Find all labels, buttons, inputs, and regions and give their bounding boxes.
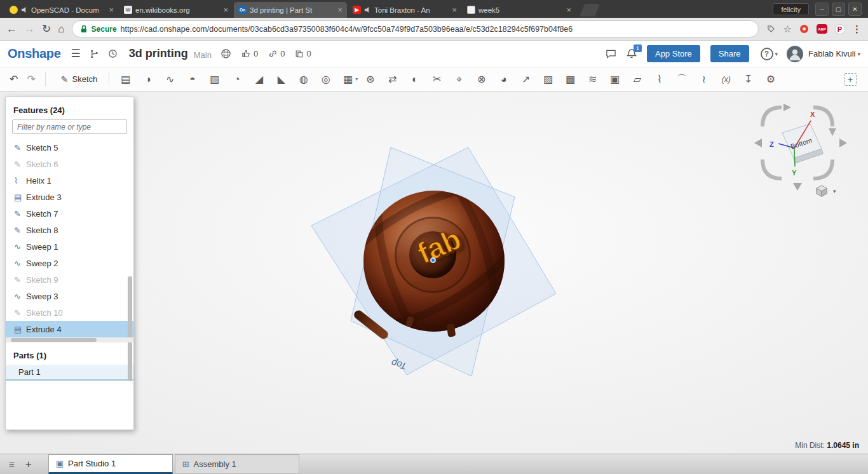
variable-tool-icon[interactable]: (x) [715, 76, 737, 83]
links-count[interactable]: 0 [268, 49, 285, 58]
feature-item-sweep3[interactable]: ∿Sweep 3 [6, 288, 133, 304]
loft-tool-icon[interactable]: ◓ [181, 74, 203, 85]
tab-close-icon[interactable]: × [452, 6, 457, 14]
feature-item-sweep2[interactable]: ∿Sweep 2 [6, 255, 133, 271]
browser-tab-openscad[interactable]: OpenSCAD - Docum × [5, 2, 118, 18]
user-avatar[interactable] [787, 46, 803, 62]
workspace-name[interactable]: Main [194, 50, 212, 60]
thicken-tool-icon[interactable]: ▧ [203, 74, 226, 85]
browser-tab-week5[interactable]: week5 × [463, 2, 576, 18]
extension-pinterest-icon[interactable]: P [834, 24, 845, 34]
composite-curve-tool-icon[interactable]: ≀ [693, 74, 715, 85]
url-omnibox[interactable]: Secure https://cad.onshape.com/documents… [72, 20, 759, 37]
user-menu-caret-icon[interactable]: ▾ [857, 51, 860, 57]
import-tool-icon[interactable]: ↧ [737, 74, 759, 85]
app-store-button[interactable]: App Store [647, 45, 700, 62]
redo-button[interactable]: ↷ [27, 73, 35, 85]
extension-onetab-icon[interactable] [799, 24, 810, 34]
delete-part-tool-icon[interactable]: ⊗ [470, 74, 492, 85]
reload-button[interactable]: ↻ [42, 24, 51, 34]
main-menu-icon[interactable]: ☰ [71, 47, 80, 60]
circular-pattern-tool-icon[interactable]: ⊛ [359, 74, 381, 85]
feature-list-scrollbar[interactable] [128, 276, 132, 381]
part-item-part1[interactable]: Part 1 [6, 365, 133, 381]
manage-tabs-icon[interactable]: ≡ [9, 459, 15, 470]
browser-tab-wikibooks[interactable]: W en.wikibooks.org × [119, 2, 233, 18]
project-curve-tool-icon[interactable]: ⌒ [670, 74, 693, 85]
sweep-tool-icon[interactable]: ∿ [159, 74, 181, 85]
browser-tab-youtube[interactable]: ▶ Toni Braxton - An × [348, 2, 461, 18]
view-cube[interactable]: Bottom X Z Y [747, 98, 855, 200]
boolean-tool-icon[interactable]: ◐ [403, 74, 426, 85]
add-tab-button[interactable]: + [25, 458, 32, 471]
browser-profile-name[interactable]: felicity [773, 3, 809, 15]
history-icon[interactable] [108, 49, 118, 58]
extension-adblock-icon[interactable]: ABP [817, 24, 827, 34]
chamfer-tool-icon[interactable]: ◢ [248, 74, 270, 85]
browser-menu-icon[interactable]: ⋮ [852, 24, 862, 35]
insert-tool-icon[interactable]: + [844, 73, 857, 86]
new-tab-button[interactable] [580, 4, 600, 17]
move-face-tool-icon[interactable]: ↗ [515, 74, 537, 85]
transform-tool-icon[interactable]: ⌖ [448, 74, 470, 85]
sketch-button[interactable]: ✎ Sketch [55, 71, 104, 88]
mirror-tool-icon[interactable]: ⇄ [381, 74, 403, 85]
feature-item-sketch8[interactable]: ✎Sketch 8 [6, 222, 133, 238]
minimize-button[interactable]: – [815, 3, 829, 16]
feature-item-extrude3[interactable]: ▤Extrude 3 [6, 189, 133, 205]
tab-close-icon[interactable]: × [109, 6, 114, 14]
feature-item-sweep1[interactable]: ∿Sweep 1 [6, 238, 133, 255]
hole-tool-icon[interactable]: ◎ [315, 74, 337, 85]
feature-item-helix1[interactable]: ⌇Helix 1 [6, 172, 133, 189]
revolve-tool-icon[interactable]: ◑ [137, 74, 159, 85]
tab-assembly-1[interactable]: ⊞ Assembly 1 [175, 454, 299, 474]
extrude-tool-icon[interactable]: ▤ [114, 74, 137, 85]
bookmark-star-icon[interactable]: ☆ [783, 24, 792, 35]
share-button[interactable]: Share [710, 45, 749, 62]
delete-face-tool-icon[interactable]: ▩ [559, 74, 581, 85]
tab-part-studio-1[interactable]: ▣ Part Studio 1 [48, 454, 173, 474]
feature-item-sketch5[interactable]: ✎Sketch 5 [6, 139, 133, 156]
shell-tool-icon[interactable]: ◍ [292, 74, 315, 85]
helix-tool-icon[interactable]: ⌇ [648, 74, 670, 85]
tab-close-icon[interactable]: × [566, 6, 571, 14]
versions-icon[interactable] [90, 49, 99, 59]
home-button[interactable]: ⌂ [58, 24, 64, 34]
help-icon[interactable]: ? [761, 48, 773, 60]
feature-item-sketch7[interactable]: ✎Sketch 7 [6, 205, 133, 222]
model-nub[interactable] [447, 323, 456, 337]
back-button[interactable]: ← [6, 24, 17, 34]
pattern-dropdown-caret-icon[interactable]: ▾ [355, 76, 358, 82]
user-name[interactable]: Fablab Kivuli [808, 49, 855, 58]
tab-close-icon[interactable]: × [337, 6, 342, 14]
undo-button[interactable]: ↶ [10, 73, 18, 85]
close-window-button[interactable]: ✕ [848, 3, 862, 16]
offset-surface-tool-icon[interactable]: ≋ [581, 74, 604, 85]
viewport-canvas[interactable]: Top fab [0, 91, 868, 454]
copies-count[interactable]: 0 [295, 49, 311, 58]
origin-point[interactable] [430, 257, 436, 263]
draft-tool-icon[interactable]: ◣ [270, 74, 292, 85]
likes-count[interactable]: 0 [241, 49, 258, 58]
maximize-button[interactable]: ▢ [832, 3, 845, 16]
replace-face-tool-icon[interactable]: ▨ [537, 74, 559, 85]
modify-fillet-tool-icon[interactable]: ◕ [492, 74, 515, 85]
custom-feature-tool-icon[interactable]: ⚙ [759, 74, 782, 85]
plane-tool-icon[interactable]: ▱ [626, 74, 648, 85]
comments-icon[interactable] [606, 49, 616, 59]
split-tool-icon[interactable]: ✂ [426, 74, 448, 85]
model-spout[interactable] [352, 309, 390, 341]
onshape-logo[interactable]: Onshape [8, 46, 60, 61]
feature-item-sketch6[interactable]: ✎Sketch 6 [6, 156, 133, 172]
feature-item-extrude4-selected[interactable]: ▤Extrude 4 [6, 321, 133, 337]
feature-item-sketch9[interactable]: ✎Sketch 9 [6, 271, 133, 288]
forward-button[interactable]: → [24, 24, 35, 34]
feature-filter-input[interactable] [12, 119, 127, 134]
tab-close-icon[interactable]: × [223, 6, 228, 14]
browser-tab-onshape-active[interactable]: On 3d printing | Part St × [234, 2, 347, 18]
fill-tool-icon[interactable]: ▣ [604, 74, 626, 85]
feature-list-hscrollbar[interactable] [6, 337, 133, 342]
view-orientation-button[interactable]: ▾ [815, 184, 836, 198]
page-action-tag-icon[interactable] [766, 24, 776, 34]
notifications-bell[interactable]: 1 [627, 48, 637, 59]
